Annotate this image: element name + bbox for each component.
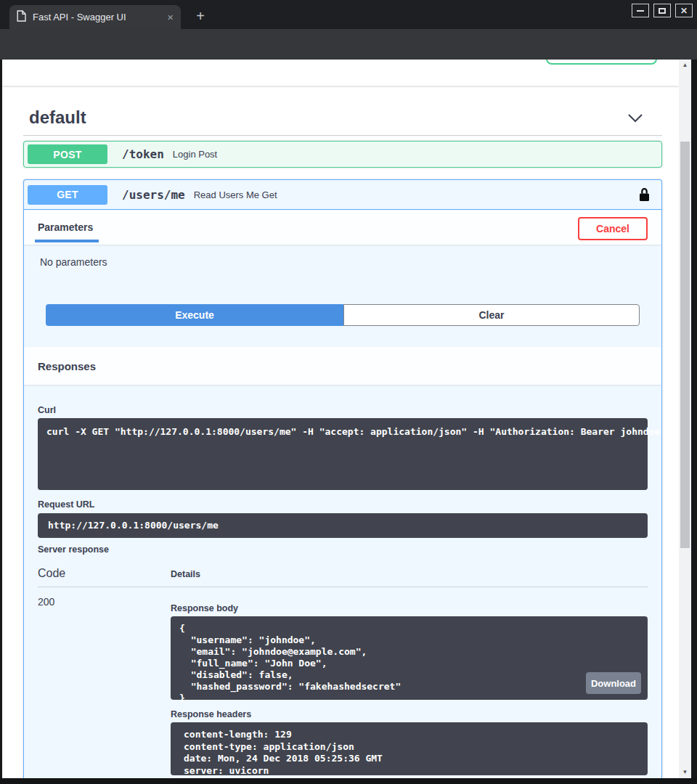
window-border-left: [0, 60, 2, 784]
opblock-summary[interactable]: GET /users/me Read Users Me Get: [24, 180, 661, 210]
details-column-header: Details: [171, 569, 200, 579]
scrollbar-track[interactable]: ▲ ▼: [679, 60, 691, 778]
tab-parameters[interactable]: Parameters: [38, 221, 93, 233]
authorize-button[interactable]: [546, 60, 657, 65]
response-body-label: Response body: [171, 603, 238, 613]
request-url-block: http://127.0.0.1:8000/users/me: [38, 513, 648, 538]
tab-title: Fast API - Swagger UI: [33, 12, 160, 23]
clear-button[interactable]: Clear: [343, 304, 640, 326]
lock-icon[interactable]: [639, 187, 650, 205]
curl-command: curl -X GET "http://127.0.0.1:8000/users…: [46, 426, 639, 438]
table-divider: [38, 587, 648, 587]
browser-toolbar: ← → ↻ ⓘ 127.0.0.1:8000/docs ☆ ⋮: [0, 29, 697, 60]
close-button[interactable]: ✕: [675, 4, 693, 17]
response-headers: content-length: 129 content-type: applic…: [184, 729, 635, 775]
scrollbar-thumb[interactable]: [680, 142, 690, 548]
opblock-summary-text: Login Post: [173, 149, 217, 160]
new-tab-button[interactable]: +: [191, 7, 210, 26]
response-body: { "username": "johndoe", "email": "johnd…: [179, 623, 639, 704]
tag-divider: [23, 135, 662, 136]
browser-tab[interactable]: Fast API - Swagger UI ×: [9, 5, 181, 29]
opblock-summary-text: Read Users Me Get: [194, 189, 277, 200]
request-url-label: Request URL: [38, 499, 94, 510]
response-body-block: { "username": "johndoe", "email": "johnd…: [171, 616, 648, 700]
window-controls: ✕: [632, 4, 693, 17]
parameters-tab-header: Parameters Cancel: [24, 211, 661, 245]
window-border-right: [691, 60, 697, 784]
minimize-icon: [637, 10, 644, 12]
window-border-bottom: [0, 778, 697, 784]
opblock-get-users-me: GET /users/me Read Users Me Get Paramete…: [23, 179, 662, 778]
page-favicon-icon: [17, 10, 26, 25]
opblock-summary: POST /token Login Post: [24, 142, 661, 167]
curl-label: Curl: [38, 405, 56, 415]
tab-close-icon[interactable]: ×: [167, 12, 174, 23]
execute-button[interactable]: Execute: [46, 304, 343, 326]
tag-heading[interactable]: default: [29, 107, 86, 128]
download-button[interactable]: Download: [586, 672, 641, 694]
get-method-badge: GET: [28, 185, 107, 205]
response-headers-label: Response headers: [171, 709, 251, 719]
responses-heading: Responses: [38, 360, 96, 372]
responses-header: Responses: [24, 347, 661, 385]
maximize-button[interactable]: [653, 4, 671, 17]
curl-command-block: curl -X GET "http://127.0.0.1:8000/users…: [38, 418, 648, 490]
request-url: http://127.0.0.1:8000/users/me: [48, 520, 219, 531]
close-icon: ✕: [680, 7, 688, 15]
opblock-path: /token: [122, 147, 164, 161]
post-method-badge: POST: [28, 144, 107, 164]
opblock-path: /users/me: [122, 188, 185, 202]
opblock-post-token[interactable]: POST /token Login Post: [23, 141, 662, 168]
server-response-label: Server response: [38, 544, 109, 555]
chevron-down-icon[interactable]: [627, 113, 643, 126]
no-parameters-text: No parameters: [40, 256, 107, 268]
tab-bar: Fast API - Swagger UI × + ✕: [0, 0, 697, 29]
scroll-up-icon[interactable]: ▲: [679, 62, 691, 68]
scheme-container: [2, 60, 679, 86]
minimize-button[interactable]: [632, 4, 649, 17]
maximize-icon: [659, 8, 666, 14]
response-headers-block: content-length: 129 content-type: applic…: [171, 722, 648, 775]
status-code: 200: [38, 596, 54, 608]
cancel-button[interactable]: Cancel: [578, 217, 648, 240]
code-column-header: Code: [38, 567, 65, 580]
scroll-down-icon[interactable]: ▼: [679, 769, 691, 775]
active-tab-underline: [35, 240, 99, 242]
